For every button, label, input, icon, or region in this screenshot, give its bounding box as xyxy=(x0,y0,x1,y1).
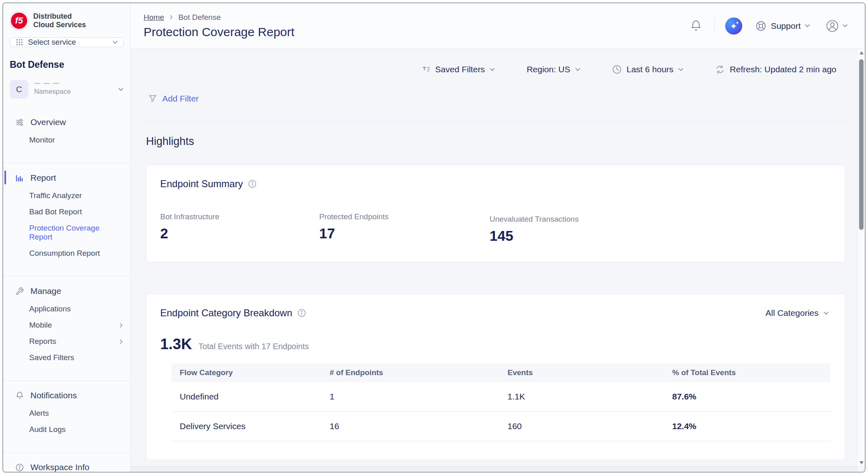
header-left: Home Bot Defense Protection Coverage Rep… xyxy=(144,13,294,39)
stat-label: Bot Infrastructure xyxy=(160,212,319,221)
stat-unevaluated-transactions: Unevaluated Transactions 145 xyxy=(490,212,831,244)
nav-item-label: Reports xyxy=(29,337,56,346)
page-title: Protection Coverage Report xyxy=(144,25,294,39)
table-row[interactable]: Delivery Services 16 160 12.4% xyxy=(172,412,830,441)
refresh-status-label: Refresh: Updated 2 min ago xyxy=(730,65,836,74)
sidebar-item-audit-logs[interactable]: Audit Logs xyxy=(3,421,130,438)
column-events: Events xyxy=(507,368,672,377)
chevron-down-icon xyxy=(805,24,810,28)
sidebar-item-overview[interactable]: Overview xyxy=(3,112,130,132)
total-events-line: 1.3K Total Events with 17 Endpoints xyxy=(160,336,831,353)
select-service-dropdown[interactable]: Select service xyxy=(10,37,124,47)
endpoint-summary-card: Endpoint Summary Bot Infrastructure 2 Pr… xyxy=(146,165,845,262)
time-range-dropdown[interactable]: Last 6 hours xyxy=(610,64,686,75)
brand: f5 Distributed Cloud Services xyxy=(3,11,130,30)
breadcrumb-home-link[interactable]: Home xyxy=(144,13,164,22)
nav-section-report: Report Traffic Analyzer Bad Bot Report P… xyxy=(3,163,130,267)
sidebar-item-notifications[interactable]: Notifications xyxy=(3,385,130,405)
saved-filters-label: Saved Filters xyxy=(435,65,485,74)
sidebar-nav: Overview Monitor Report Traffic Analyzer… xyxy=(3,108,130,472)
sidebar-item-workspace-info[interactable]: Workspace Info xyxy=(3,457,130,472)
nav-item-label: Applications xyxy=(29,304,71,313)
select-service-label: Select service xyxy=(28,38,107,47)
cell-events: 160 xyxy=(507,421,672,431)
sidebar-item-saved-filters[interactable]: Saved Filters xyxy=(3,350,130,366)
ai-sparkle-icon: ✦ xyxy=(735,20,739,26)
breadcrumb-current: Bot Defense xyxy=(178,13,221,22)
support-menu[interactable]: Support xyxy=(753,20,812,32)
notifications-bell-button[interactable] xyxy=(688,18,704,34)
namespace-label: Namespace xyxy=(34,88,112,96)
nav-item-label: Audit Logs xyxy=(29,425,66,434)
nav-item-label: Consumption Report xyxy=(29,249,100,258)
stat-label: Protected Endpoints xyxy=(319,212,490,221)
namespace-avatar: C xyxy=(10,80,28,99)
chevron-down-icon xyxy=(575,68,580,71)
refresh-icon xyxy=(715,65,725,74)
chevron-down-icon xyxy=(118,88,124,91)
info-icon[interactable] xyxy=(248,179,257,188)
saved-filters-dropdown[interactable]: Saved Filters xyxy=(420,64,498,75)
info-icon[interactable] xyxy=(297,309,306,317)
nav-item-label: Bad Bot Report xyxy=(29,207,82,216)
vertical-scrollbar[interactable] xyxy=(857,49,865,466)
sidebar-item-protection-coverage-report[interactable]: Protection Coverage Report xyxy=(3,220,130,245)
sidebar: f5 Distributed Cloud Services Select ser… xyxy=(3,3,131,472)
ai-sparkle-button[interactable]: ✦ ✦ xyxy=(725,17,742,35)
nav-section-workspace-info: Workspace Info About xyxy=(3,453,130,472)
sidebar-item-report[interactable]: Report xyxy=(3,167,130,188)
column-pct-total-events: % of Total Events xyxy=(672,368,830,377)
sidebar-item-consumption-report[interactable]: Consumption Report xyxy=(3,245,130,261)
sidebar-item-applications[interactable]: Applications xyxy=(3,301,130,317)
sidebar-item-reports[interactable]: Reports xyxy=(3,333,130,350)
nav-item-label: Saved Filters xyxy=(29,353,74,362)
scroll-up-arrow[interactable] xyxy=(859,51,864,54)
sidebar-item-traffic-analyzer[interactable]: Traffic Analyzer xyxy=(3,188,130,204)
sidebar-item-manage[interactable]: Manage xyxy=(3,281,130,301)
region-label: Region: US xyxy=(526,65,570,74)
scroll-down-arrow[interactable] xyxy=(859,461,864,464)
chevron-right-icon xyxy=(119,340,124,343)
nav-item-label: Traffic Analyzer xyxy=(29,191,82,200)
sidebar-item-monitor[interactable]: Monitor xyxy=(3,132,130,148)
namespace-selector[interactable]: C Namespace xyxy=(10,80,124,99)
table-row[interactable]: Undefined 1 1.1K 87.6% xyxy=(172,382,830,412)
bar-chart-icon xyxy=(15,174,24,182)
nav-item-label: Mobile xyxy=(29,321,52,330)
account-menu[interactable] xyxy=(823,19,850,33)
refresh-button[interactable]: Refresh: Updated 2 min ago xyxy=(713,64,839,75)
cell-flow-category: Undefined xyxy=(172,392,330,402)
cell-events: 1.1K xyxy=(507,392,672,402)
stat-bot-infrastructure: Bot Infrastructure 2 xyxy=(160,212,319,244)
cell-flow-category: Delivery Services xyxy=(172,421,330,431)
nav-section-notifications: Notifications Alerts Audit Logs xyxy=(3,381,130,443)
top-header: Home Bot Defense Protection Coverage Rep… xyxy=(131,3,865,49)
filter-list-icon xyxy=(422,67,430,73)
horizontal-scrollbar[interactable] xyxy=(131,466,857,472)
sliders-icon xyxy=(15,118,24,127)
main-content: Saved Filters Region: US Last 6 hours xyxy=(131,49,865,472)
main-area: Home Bot Defense Protection Coverage Rep… xyxy=(131,3,865,472)
user-avatar-icon xyxy=(825,19,839,33)
add-filter-button[interactable]: Add Filter xyxy=(146,93,201,104)
f5-logo-icon: f5 xyxy=(10,11,28,30)
namespace-name-redacted xyxy=(34,83,112,84)
chevron-right-icon xyxy=(119,324,124,327)
add-filter-label: Add Filter xyxy=(162,94,199,104)
brand-name: Distributed Cloud Services xyxy=(33,12,86,29)
support-label: Support xyxy=(771,21,801,31)
category-filter-dropdown[interactable]: All Categories xyxy=(763,308,831,318)
add-filter-row: Add Filter xyxy=(146,93,845,121)
card-title-row: Endpoint Summary xyxy=(160,178,831,190)
life-ring-icon xyxy=(755,20,767,32)
cell-endpoints: 16 xyxy=(330,421,507,431)
sidebar-item-alerts[interactable]: Alerts xyxy=(3,405,130,421)
chevron-down-icon xyxy=(490,68,495,71)
vertical-scrollbar-thumb[interactable] xyxy=(859,59,864,230)
sidebar-item-bad-bot-report[interactable]: Bad Bot Report xyxy=(3,204,130,220)
region-dropdown[interactable]: Region: US xyxy=(524,64,582,75)
nav-label: Overview xyxy=(30,117,66,127)
stat-protected-endpoints: Protected Endpoints 17 xyxy=(319,212,490,244)
sidebar-item-mobile[interactable]: Mobile xyxy=(3,317,130,333)
chevron-down-icon xyxy=(842,24,848,28)
